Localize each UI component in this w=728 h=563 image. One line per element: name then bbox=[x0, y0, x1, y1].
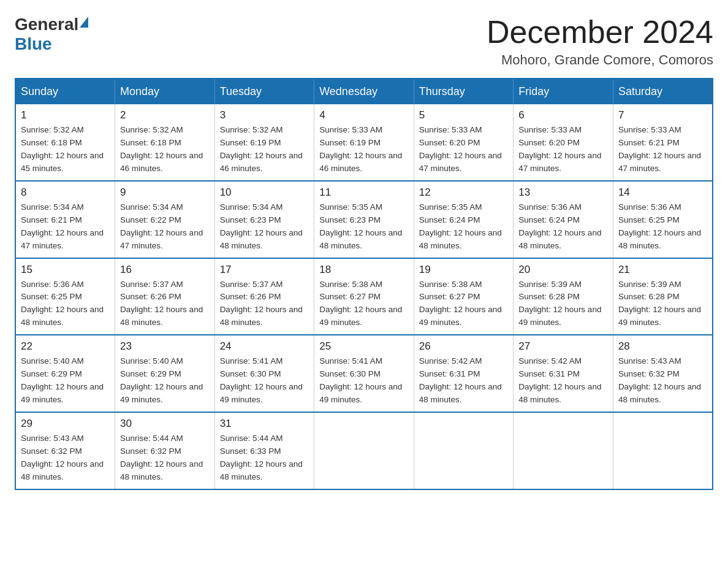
day-number: 19 bbox=[419, 264, 509, 276]
day-number: 4 bbox=[319, 109, 409, 121]
calendar-cell: 15 Sunrise: 5:36 AMSunset: 6:25 PMDaylig… bbox=[15, 258, 115, 335]
day-number: 11 bbox=[319, 186, 409, 199]
day-number: 8 bbox=[21, 186, 110, 199]
day-number: 5 bbox=[419, 109, 509, 121]
calendar-week-row: 15 Sunrise: 5:36 AMSunset: 6:25 PMDaylig… bbox=[15, 258, 713, 335]
calendar-cell: 5 Sunrise: 5:33 AMSunset: 6:20 PMDayligh… bbox=[414, 104, 514, 181]
calendar-header-thursday: Thursday bbox=[414, 79, 514, 104]
day-info: Sunrise: 5:36 AMSunset: 6:25 PMDaylight:… bbox=[21, 280, 104, 327]
day-info: Sunrise: 5:38 AMSunset: 6:27 PMDaylight:… bbox=[319, 280, 402, 327]
day-number: 18 bbox=[319, 264, 409, 276]
day-info: Sunrise: 5:32 AMSunset: 6:19 PMDaylight:… bbox=[220, 125, 303, 173]
day-info: Sunrise: 5:34 AMSunset: 6:23 PMDaylight:… bbox=[220, 202, 303, 250]
calendar-cell: 11 Sunrise: 5:35 AMSunset: 6:23 PMDaylig… bbox=[314, 181, 414, 258]
calendar-header-friday: Friday bbox=[514, 79, 613, 104]
day-info: Sunrise: 5:34 AMSunset: 6:22 PMDaylight:… bbox=[120, 202, 203, 250]
day-number: 29 bbox=[21, 418, 110, 430]
logo-general: General bbox=[15, 15, 78, 34]
day-number: 6 bbox=[518, 109, 608, 121]
day-info: Sunrise: 5:33 AMSunset: 6:20 PMDaylight:… bbox=[419, 125, 502, 173]
calendar-cell: 1 Sunrise: 5:32 AMSunset: 6:18 PMDayligh… bbox=[15, 104, 115, 181]
calendar-week-row: 22 Sunrise: 5:40 AMSunset: 6:29 PMDaylig… bbox=[15, 335, 713, 412]
calendar-week-row: 29 Sunrise: 5:43 AMSunset: 6:32 PMDaylig… bbox=[15, 412, 713, 489]
day-number: 24 bbox=[220, 340, 309, 353]
calendar-cell: 2 Sunrise: 5:32 AMSunset: 6:18 PMDayligh… bbox=[115, 104, 215, 181]
calendar-cell: 6 Sunrise: 5:33 AMSunset: 6:20 PMDayligh… bbox=[514, 104, 613, 181]
day-number: 26 bbox=[419, 340, 509, 353]
calendar-cell: 29 Sunrise: 5:43 AMSunset: 6:32 PMDaylig… bbox=[15, 412, 115, 489]
calendar-week-row: 8 Sunrise: 5:34 AMSunset: 6:21 PMDayligh… bbox=[15, 181, 713, 258]
day-info: Sunrise: 5:33 AMSunset: 6:21 PMDaylight:… bbox=[618, 125, 701, 173]
calendar-cell: 25 Sunrise: 5:41 AMSunset: 6:30 PMDaylig… bbox=[314, 335, 414, 412]
day-info: Sunrise: 5:32 AMSunset: 6:18 PMDaylight:… bbox=[21, 125, 104, 173]
calendar-cell: 12 Sunrise: 5:35 AMSunset: 6:24 PMDaylig… bbox=[414, 181, 514, 258]
day-number: 12 bbox=[419, 186, 509, 199]
calendar-header-saturday: Saturday bbox=[613, 79, 713, 104]
day-info: Sunrise: 5:36 AMSunset: 6:24 PMDaylight:… bbox=[518, 202, 601, 250]
calendar-cell: 9 Sunrise: 5:34 AMSunset: 6:22 PMDayligh… bbox=[115, 181, 215, 258]
logo: General Blue bbox=[15, 15, 88, 54]
day-info: Sunrise: 5:39 AMSunset: 6:28 PMDaylight:… bbox=[618, 280, 701, 327]
day-number: 27 bbox=[518, 340, 608, 353]
day-number: 17 bbox=[220, 264, 309, 276]
calendar-cell: 13 Sunrise: 5:36 AMSunset: 6:24 PMDaylig… bbox=[514, 181, 613, 258]
day-number: 25 bbox=[319, 340, 409, 353]
calendar-cell: 24 Sunrise: 5:41 AMSunset: 6:30 PMDaylig… bbox=[214, 335, 314, 412]
day-number: 10 bbox=[220, 186, 309, 199]
day-number: 16 bbox=[120, 264, 210, 276]
calendar-cell bbox=[314, 412, 414, 489]
day-info: Sunrise: 5:42 AMSunset: 6:31 PMDaylight:… bbox=[419, 356, 502, 404]
day-info: Sunrise: 5:44 AMSunset: 6:33 PMDaylight:… bbox=[220, 434, 303, 481]
calendar-header-wednesday: Wednesday bbox=[314, 79, 414, 104]
day-number: 13 bbox=[518, 186, 608, 199]
calendar-cell: 14 Sunrise: 5:36 AMSunset: 6:25 PMDaylig… bbox=[613, 181, 713, 258]
day-number: 31 bbox=[220, 418, 309, 430]
day-info: Sunrise: 5:37 AMSunset: 6:26 PMDaylight:… bbox=[120, 280, 203, 327]
day-info: Sunrise: 5:32 AMSunset: 6:18 PMDaylight:… bbox=[120, 125, 203, 173]
calendar-cell: 10 Sunrise: 5:34 AMSunset: 6:23 PMDaylig… bbox=[214, 181, 314, 258]
calendar-header-monday: Monday bbox=[115, 79, 215, 104]
calendar-cell: 19 Sunrise: 5:38 AMSunset: 6:27 PMDaylig… bbox=[414, 258, 514, 335]
calendar-cell: 20 Sunrise: 5:39 AMSunset: 6:28 PMDaylig… bbox=[514, 258, 613, 335]
day-info: Sunrise: 5:39 AMSunset: 6:28 PMDaylight:… bbox=[518, 280, 601, 327]
calendar-cell: 4 Sunrise: 5:33 AMSunset: 6:19 PMDayligh… bbox=[314, 104, 414, 181]
calendar-cell: 8 Sunrise: 5:34 AMSunset: 6:21 PMDayligh… bbox=[15, 181, 115, 258]
location: Mohoro, Grande Comore, Comoros bbox=[487, 52, 713, 68]
day-info: Sunrise: 5:35 AMSunset: 6:23 PMDaylight:… bbox=[319, 202, 402, 250]
day-info: Sunrise: 5:40 AMSunset: 6:29 PMDaylight:… bbox=[120, 356, 203, 404]
calendar-header-row: SundayMondayTuesdayWednesdayThursdayFrid… bbox=[15, 79, 713, 104]
title-area: December 2024 Mohoro, Grande Comore, Com… bbox=[487, 15, 713, 68]
calendar-cell: 23 Sunrise: 5:40 AMSunset: 6:29 PMDaylig… bbox=[115, 335, 215, 412]
day-number: 9 bbox=[120, 186, 210, 199]
calendar-cell: 27 Sunrise: 5:42 AMSunset: 6:31 PMDaylig… bbox=[514, 335, 613, 412]
calendar-cell bbox=[414, 412, 514, 489]
day-number: 3 bbox=[220, 109, 309, 121]
calendar-cell: 21 Sunrise: 5:39 AMSunset: 6:28 PMDaylig… bbox=[613, 258, 713, 335]
day-number: 22 bbox=[21, 340, 110, 353]
logo-blue: Blue bbox=[15, 34, 52, 54]
day-info: Sunrise: 5:35 AMSunset: 6:24 PMDaylight:… bbox=[419, 202, 502, 250]
day-info: Sunrise: 5:38 AMSunset: 6:27 PMDaylight:… bbox=[419, 280, 502, 327]
day-number: 2 bbox=[120, 109, 210, 121]
calendar-header-tuesday: Tuesday bbox=[214, 79, 314, 104]
calendar-cell bbox=[514, 412, 613, 489]
calendar-cell: 3 Sunrise: 5:32 AMSunset: 6:19 PMDayligh… bbox=[214, 104, 314, 181]
day-info: Sunrise: 5:40 AMSunset: 6:29 PMDaylight:… bbox=[21, 356, 104, 404]
day-number: 30 bbox=[120, 418, 210, 430]
calendar-week-row: 1 Sunrise: 5:32 AMSunset: 6:18 PMDayligh… bbox=[15, 104, 713, 181]
page-header: General Blue December 2024 Mohoro, Grand… bbox=[15, 15, 713, 68]
calendar-header-sunday: Sunday bbox=[15, 79, 115, 104]
day-info: Sunrise: 5:43 AMSunset: 6:32 PMDaylight:… bbox=[21, 434, 104, 481]
month-title: December 2024 bbox=[487, 15, 713, 50]
calendar-cell: 7 Sunrise: 5:33 AMSunset: 6:21 PMDayligh… bbox=[613, 104, 713, 181]
calendar-cell: 17 Sunrise: 5:37 AMSunset: 6:26 PMDaylig… bbox=[214, 258, 314, 335]
day-info: Sunrise: 5:36 AMSunset: 6:25 PMDaylight:… bbox=[618, 202, 701, 250]
calendar-cell: 28 Sunrise: 5:43 AMSunset: 6:32 PMDaylig… bbox=[613, 335, 713, 412]
day-info: Sunrise: 5:33 AMSunset: 6:19 PMDaylight:… bbox=[319, 125, 402, 173]
day-number: 7 bbox=[618, 109, 707, 121]
day-info: Sunrise: 5:41 AMSunset: 6:30 PMDaylight:… bbox=[319, 356, 402, 404]
calendar-cell bbox=[613, 412, 713, 489]
day-number: 21 bbox=[618, 264, 707, 276]
calendar-cell: 26 Sunrise: 5:42 AMSunset: 6:31 PMDaylig… bbox=[414, 335, 514, 412]
day-info: Sunrise: 5:37 AMSunset: 6:26 PMDaylight:… bbox=[220, 280, 303, 327]
